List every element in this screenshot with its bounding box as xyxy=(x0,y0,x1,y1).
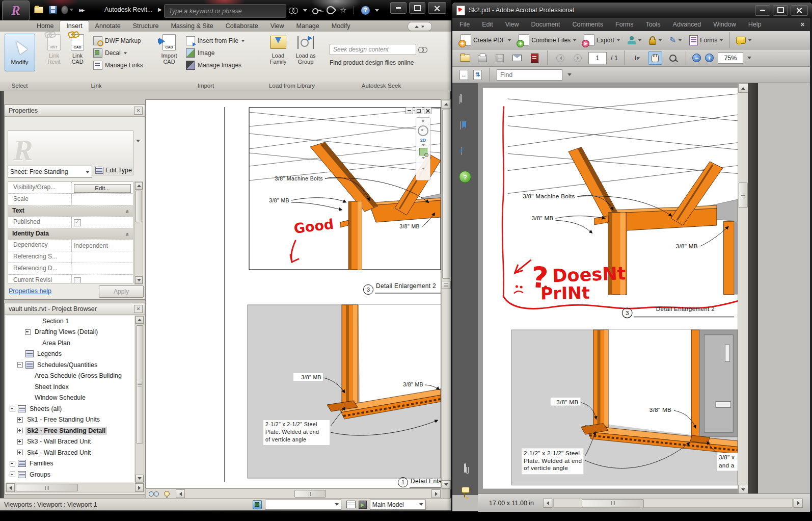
tab-view[interactable]: View xyxy=(264,21,290,32)
tree-item-sk2-free-standing-detail[interactable]: Sk2 - Free Standing Detail xyxy=(6,425,134,436)
import-cad-button[interactable]: CAD Import CAD xyxy=(157,32,181,65)
pdf-hscrollbar[interactable] xyxy=(553,499,793,508)
search-dropdown-icon[interactable] xyxy=(303,9,307,12)
manage-links-button[interactable]: Manage Links xyxy=(93,59,143,71)
pdf-vscrollbar[interactable] xyxy=(738,83,748,493)
canvas-vscrollbar[interactable] xyxy=(441,99,451,489)
tab-massing-site[interactable]: Massing & Site xyxy=(165,21,219,32)
navbar-close-icon[interactable]: ✕ xyxy=(421,119,425,124)
decal-button[interactable]: Decal xyxy=(93,47,143,59)
browser-vscrollbar[interactable] xyxy=(135,316,144,483)
document-pane[interactable]: 3/8" Machine Bolts 3/8" MB 3/8" MB ? xyxy=(478,83,748,493)
tab-structure[interactable]: Structure xyxy=(127,21,165,32)
find-input[interactable] xyxy=(497,69,562,81)
hand-tool-button[interactable] xyxy=(648,51,662,65)
search-icon[interactable] xyxy=(289,8,298,13)
menu-edit[interactable]: Edit xyxy=(482,21,493,28)
secure-button[interactable] xyxy=(646,34,665,46)
collapse-icon[interactable] xyxy=(10,406,15,411)
tab-insert[interactable]: Insert xyxy=(60,20,89,32)
property-value[interactable] xyxy=(72,217,133,228)
property-value[interactable]: Independent xyxy=(72,240,133,251)
browser-hscrollbar[interactable] xyxy=(6,483,144,492)
expand-icon[interactable] xyxy=(10,472,15,477)
tab-modify[interactable]: Modify xyxy=(326,21,357,32)
type-selector[interactable]: Sheet: Free Standing xyxy=(8,166,92,178)
design-options-dropdown[interactable]: Main Model xyxy=(370,500,426,510)
properties-help-link[interactable]: Properties help xyxy=(9,288,51,295)
sign-button[interactable]: ✎ xyxy=(666,34,685,46)
attachments-panel-icon[interactable] xyxy=(464,463,466,473)
expand-icon[interactable] xyxy=(17,417,23,423)
tree-item-area-plan[interactable]: Area Plan xyxy=(6,337,134,349)
close-button[interactable] xyxy=(791,5,808,16)
image-button[interactable]: Image xyxy=(186,47,245,59)
export-button[interactable]: ➤ Export xyxy=(581,33,624,47)
ribbon-collapse-button[interactable] xyxy=(408,22,432,31)
load-as-group-button[interactable]: Load as Group xyxy=(294,32,317,65)
favorites-star-icon[interactable]: ☆ xyxy=(340,6,346,15)
combine-files-button[interactable]: + Combine Files xyxy=(516,33,580,47)
property-value[interactable] xyxy=(72,251,133,263)
collapse-icon[interactable] xyxy=(25,329,31,335)
tab-manage[interactable]: Manage xyxy=(290,21,326,32)
page-number-input[interactable] xyxy=(588,52,607,64)
menu-help[interactable]: Help xyxy=(748,21,762,28)
menu-comments[interactable]: Comments xyxy=(573,21,603,28)
email-button[interactable] xyxy=(510,52,524,64)
comments-panel-icon[interactable] xyxy=(464,489,465,498)
open-button[interactable] xyxy=(33,4,45,15)
tree-item-sheet-index[interactable]: Sheet Index xyxy=(6,381,134,393)
editable-only-icon[interactable] xyxy=(346,501,356,508)
how-to-help-icon[interactable]: ? xyxy=(459,171,471,183)
collapse-icon[interactable] xyxy=(17,362,23,368)
properties-header[interactable]: Properties xyxy=(5,105,145,117)
zoom-dropdown-icon[interactable] xyxy=(747,57,751,59)
tree-item-sk4-wall-braced-unit[interactable]: Sk4 - Wall Braced Unit xyxy=(6,447,134,458)
property-checkbox[interactable] xyxy=(74,219,81,226)
title-expand-icon[interactable]: ▶ xyxy=(158,7,162,12)
collapse-chevron-icon[interactable] xyxy=(124,233,133,236)
create-pdf-button[interactable]: ✦ Create PDF xyxy=(457,33,515,47)
fit-width-icon[interactable]: ↔ xyxy=(459,70,468,80)
tree-item-sheets-all-[interactable]: Sheets (all) xyxy=(6,403,134,414)
communication-center-icon[interactable] xyxy=(325,5,337,16)
bookmarks-panel-icon[interactable] xyxy=(460,121,461,129)
tree-item-legends[interactable]: Legends xyxy=(6,349,134,360)
marquee-zoom-button[interactable] xyxy=(666,52,680,64)
maximize-button[interactable] xyxy=(409,2,425,14)
forms-button[interactable]: Forms xyxy=(686,34,726,47)
scroll-right-button[interactable] xyxy=(794,499,803,508)
tree-item-sk1-free-standing-units[interactable]: Sk1 - Free Standing Units xyxy=(6,414,134,426)
toolbar-overflow-button[interactable]: ▸▸ xyxy=(75,4,88,15)
expand-icon[interactable] xyxy=(17,428,23,433)
viewport-restore-button[interactable] xyxy=(415,107,422,114)
tab-home[interactable]: Home xyxy=(31,21,60,32)
edit-type-button[interactable]: Edit Type xyxy=(95,167,132,174)
fit-page-icon[interactable]: ⇅ xyxy=(473,70,482,80)
tree-item-window-schedule[interactable]: Window Schedule xyxy=(6,393,134,404)
scroll-left-button[interactable] xyxy=(543,499,552,508)
signatures-panel-icon[interactable] xyxy=(461,147,462,155)
open-button[interactable] xyxy=(458,52,472,64)
comment-markup-button[interactable] xyxy=(733,35,755,45)
subscription-key-icon[interactable] xyxy=(312,8,321,13)
next-view-button[interactable] xyxy=(571,52,584,64)
keyword-search-input[interactable] xyxy=(165,5,286,17)
design-options-icon[interactable] xyxy=(359,501,367,509)
tree-item-schedules-quantities[interactable]: Schedules/Quantities xyxy=(6,359,134,371)
menubar-close-icon[interactable]: ✕ xyxy=(800,21,805,28)
expand-icon[interactable] xyxy=(17,450,23,455)
zoom-level-box[interactable]: 75% xyxy=(718,53,743,64)
zoom-in-button[interactable]: + xyxy=(705,54,714,62)
load-family-button[interactable]: Load Family xyxy=(266,32,290,65)
shaded-view-icon[interactable] xyxy=(149,491,159,497)
review-comment-button[interactable] xyxy=(625,35,645,46)
seek-search-icon[interactable] xyxy=(418,47,427,53)
link-revit-button[interactable]: RVT Link Revit xyxy=(42,32,66,65)
worksets-dropdown[interactable] xyxy=(265,500,341,510)
property-value[interactable] xyxy=(72,194,133,205)
tree-item-drafting-views-detail-[interactable]: Drafting Views (Detail) xyxy=(6,327,134,338)
close-icon[interactable] xyxy=(134,305,143,313)
menu-document[interactable]: Document xyxy=(531,21,560,28)
